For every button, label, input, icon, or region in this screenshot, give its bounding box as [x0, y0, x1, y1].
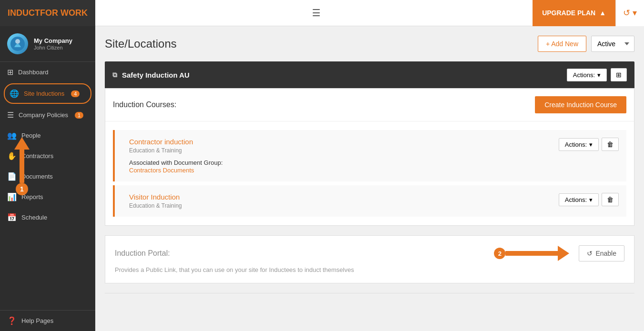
create-induction-course-button[interactable]: Create Induction Course	[535, 96, 626, 113]
course-actions-button[interactable]: Actions: ▾	[559, 193, 599, 206]
sidebar-item-contractors[interactable]: ✋ Contractors	[0, 146, 95, 166]
refresh-icon: ↺	[623, 8, 630, 18]
grid-view-button[interactable]: ⊞	[611, 68, 627, 81]
enable-button[interactable]: ↺ Enable	[579, 245, 624, 261]
reports-icon: 📊	[7, 192, 17, 201]
annotation-2-container: 2	[494, 246, 569, 261]
course-actions-chevron: ▾	[589, 196, 593, 203]
portal-title: Induction Portal:	[115, 249, 170, 258]
policies-badge: 1	[75, 112, 83, 119]
sidebar-item-site-inductions[interactable]: 🌐 Site Inductions 4	[4, 83, 91, 104]
course-item: Contractor induction Education & Trainin…	[113, 130, 626, 181]
sidebar-item-help[interactable]: ❓ Help Pages	[0, 310, 95, 331]
sidebar-item-label: Dashboard	[18, 69, 49, 76]
courses-header: Induction Courses: Create Induction Cour…	[105, 89, 634, 121]
divider	[105, 293, 634, 293]
arrow-head-right	[558, 246, 569, 261]
portal-header: Induction Portal: 2 ↺ Enable	[115, 245, 624, 261]
logo: INDUCTFOR WORK	[0, 0, 95, 26]
company-name: My Company	[34, 37, 72, 45]
documents-icon: 📄	[7, 172, 17, 181]
main-content: Site/Locations + Add New Active Inactive…	[95, 26, 644, 331]
enable-label: Enable	[595, 250, 616, 257]
course-delete-button[interactable]: 🗑	[602, 193, 619, 206]
user-name: John Citizen	[34, 45, 72, 50]
dashboard-icon: ⊞	[7, 68, 13, 77]
course-name[interactable]: Contractor induction	[129, 138, 193, 146]
course-item-actions: Actions: ▾ 🗑	[559, 193, 619, 206]
course-actions-button[interactable]: Actions: ▾	[559, 138, 599, 151]
courses-section: Induction Courses: Create Induction Cour…	[105, 88, 634, 226]
course-list: Contractor induction Education & Trainin…	[105, 121, 634, 225]
globe-icon: 🌐	[10, 89, 19, 98]
status-select[interactable]: Active Inactive All	[591, 36, 634, 52]
avatar	[7, 33, 28, 54]
course-category: Education & Training	[129, 202, 182, 209]
section-actions-chevron: ▾	[597, 71, 601, 79]
portal-section: Induction Portal: 2 ↺ Enable Provides a …	[105, 235, 634, 283]
course-item: Visitor Induction Education & Training A…	[113, 185, 626, 217]
courses-title: Induction Courses:	[113, 100, 176, 109]
sidebar-item-label: People	[21, 132, 40, 139]
help-icon: ❓	[7, 316, 17, 325]
section-header: ⧉ Safety Induction AU Actions: ▾ ⊞	[105, 61, 634, 88]
people-icon: 👥	[7, 131, 17, 140]
header-right: UPGRADE PLAN ▲ ↺ ▾	[533, 0, 644, 26]
profile-area: My Company John Citizen	[0, 26, 95, 62]
profile-text: My Company John Citizen	[34, 37, 72, 51]
doc-group-label: Associated with Document Group:	[129, 159, 223, 166]
refresh-button[interactable]: ↺ ▾	[615, 0, 644, 26]
grid-icon: ⊞	[616, 71, 622, 79]
portal-description: Provides a Public Link, that you can use…	[115, 266, 624, 273]
page-header: Site/Locations + Add New Active Inactive…	[105, 36, 634, 52]
policies-icon: ☰	[7, 110, 14, 120]
portal-header-right: 2 ↺ Enable	[494, 245, 624, 261]
delete-icon: 🗑	[607, 196, 614, 203]
section-header-right: Actions: ▾ ⊞	[567, 68, 627, 81]
course-item-actions: Actions: ▾ 🗑	[559, 138, 619, 151]
add-new-button[interactable]: + Add New	[538, 36, 586, 52]
logo-text: INDUCTFOR WORK	[8, 8, 88, 18]
upgrade-icon: ▲	[599, 9, 606, 17]
doc-group-link[interactable]: Contractors Documents	[129, 167, 194, 174]
course-name[interactable]: Visitor Induction	[129, 193, 180, 201]
course-actions-label: Actions:	[565, 196, 587, 203]
main-layout: My Company John Citizen ⊞ Dashboard 🌐 Si…	[0, 26, 644, 331]
section-header-left: ⧉ Safety Induction AU	[112, 71, 190, 79]
sidebar-item-company-policies[interactable]: ☰ Company Policies 1	[0, 105, 95, 125]
sidebar-item-label: Schedule	[21, 214, 47, 221]
upgrade-label: UPGRADE PLAN	[542, 9, 595, 17]
annotation-2: 2	[494, 248, 505, 259]
sidebar-nav: ⊞ Dashboard 🌐 Site Inductions 4 ☰ Compan…	[0, 62, 95, 228]
page-title: Site/Locations	[105, 37, 177, 50]
sidebar-item-label: Company Policies	[19, 111, 68, 119]
course-item-content: Contractor induction Education & Trainin…	[129, 138, 223, 174]
sidebar-item-label: Reports	[21, 193, 43, 201]
sidebar: My Company John Citizen ⊞ Dashboard 🌐 Si…	[0, 26, 95, 331]
schedule-icon: 📅	[7, 213, 17, 222]
external-link-icon[interactable]: ⧉	[112, 71, 117, 79]
sidebar-item-label: Documents	[21, 173, 53, 180]
enable-icon: ↺	[587, 250, 593, 257]
sidebar-item-label: Contractors	[21, 152, 53, 160]
hamburger-icon[interactable]: ☰	[305, 7, 328, 19]
sidebar-item-dashboard[interactable]: ⊞ Dashboard	[0, 62, 95, 82]
section-actions-label: Actions:	[573, 71, 595, 79]
header-left: ☰	[300, 7, 328, 19]
svg-point-1	[15, 39, 20, 44]
course-item-content: Visitor Induction Education & Training	[129, 193, 182, 209]
upgrade-plan-button[interactable]: UPGRADE PLAN ▲	[533, 0, 615, 26]
sidebar-item-documents[interactable]: 📄 Documents	[0, 166, 95, 187]
site-inductions-badge: 4	[71, 90, 80, 97]
course-delete-button[interactable]: 🗑	[602, 138, 619, 151]
sidebar-item-schedule[interactable]: 📅 Schedule	[0, 207, 95, 228]
contractors-icon: ✋	[7, 151, 17, 160]
sidebar-item-people[interactable]: 👥 People	[0, 125, 95, 146]
sidebar-item-label: Site Inductions	[24, 90, 64, 97]
section-actions-button[interactable]: Actions: ▾	[567, 69, 607, 81]
section-title: Safety Induction AU	[122, 71, 190, 79]
top-header: INDUCTFOR WORK ☰ UPGRADE PLAN ▲ ↺ ▾	[0, 0, 644, 26]
sidebar-item-reports[interactable]: 📊 Reports	[0, 187, 95, 207]
page-header-actions: + Add New Active Inactive All	[538, 36, 634, 52]
header-chevron-icon: ▾	[633, 8, 637, 18]
